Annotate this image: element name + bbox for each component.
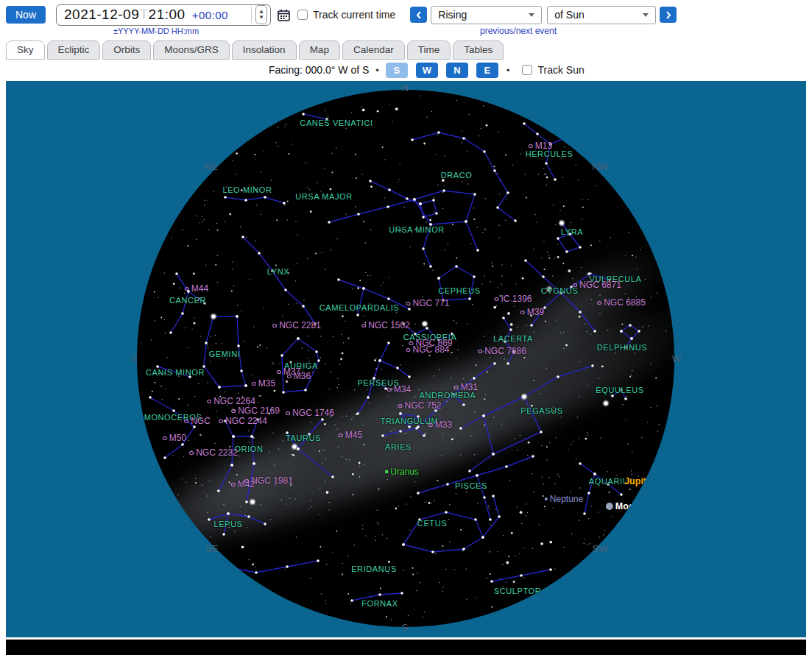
chevron-down-icon (643, 13, 649, 17)
event-type-select[interactable]: Rising (431, 6, 542, 24)
tab-orbits[interactable]: Orbits (102, 40, 151, 60)
tab-calendar[interactable]: Calendar (342, 40, 405, 60)
track-current-time-label: Track current time (313, 9, 395, 21)
datetime-divider (251, 7, 252, 24)
event-body-select[interactable]: of Sun (547, 6, 656, 24)
separator-dot: • (506, 65, 510, 76)
tab-time[interactable]: Time (407, 40, 451, 60)
now-button[interactable]: Now (6, 6, 46, 24)
tab-bar: SkyEclipticOrbitsMoons/GRSInsolationMapC… (6, 40, 504, 60)
datetime-spinner[interactable]: ▲▼ (255, 5, 267, 24)
previous-event-button[interactable] (410, 7, 427, 23)
event-body-value: of Sun (554, 9, 584, 21)
face-w-button[interactable]: W (416, 63, 438, 78)
track-sun-checkbox[interactable] (522, 65, 532, 75)
separator-dot: • (375, 65, 379, 76)
sky-circle: CANES VENATICIHERCULESDRACOLEO MINORURSA… (137, 90, 674, 627)
datetime-input[interactable]: 2021-12-09 T 21:00 +00:00 ▲▼ (56, 4, 271, 26)
datetime-offset: +00:00 (192, 9, 228, 21)
facing-label: Facing: 000.0° W of S (269, 64, 369, 76)
view-controls: Facing: 000.0° W of S • SWNE • Track Sun (269, 62, 585, 78)
chevron-down-icon (529, 13, 534, 17)
face-s-button[interactable]: S (386, 63, 408, 78)
next-event-button[interactable] (660, 7, 677, 23)
calendar-icon[interactable] (278, 9, 290, 21)
datetime-time: 21:00 (149, 7, 186, 23)
direction-buttons: SWNE (386, 63, 506, 78)
tab-map[interactable]: Map (299, 40, 340, 60)
tab-ecliptic[interactable]: Ecliptic (47, 40, 101, 60)
datetime-format-hint: ±YYYY-MM-DD HH:mm (49, 26, 264, 35)
toolbar: Now 2021-12-09 T 21:00 +00:00 ▲▼ Track c… (6, 4, 677, 26)
track-current-time-checkbox[interactable] (297, 10, 308, 20)
horizon-strip (6, 640, 806, 655)
datetime-date: 2021-12-09 (64, 7, 139, 23)
tab-insolation[interactable]: Insolation (232, 40, 297, 60)
tab-tables[interactable]: Tables (453, 40, 504, 60)
face-e-button[interactable]: E (476, 63, 498, 78)
event-type-value: Rising (438, 9, 467, 21)
star-field (137, 90, 674, 627)
face-n-button[interactable]: N (446, 63, 468, 78)
tab-moons-grs[interactable]: Moons/GRS (153, 40, 230, 60)
sky-map[interactable]: CANES VENATICIHERCULESDRACOLEO MINORURSA… (6, 81, 806, 637)
datetime-separator: T (140, 7, 147, 22)
tab-sky[interactable]: Sky (6, 40, 45, 60)
track-sun-label: Track Sun (537, 64, 584, 76)
prev-next-event-hint: previous/next event (386, 26, 651, 36)
